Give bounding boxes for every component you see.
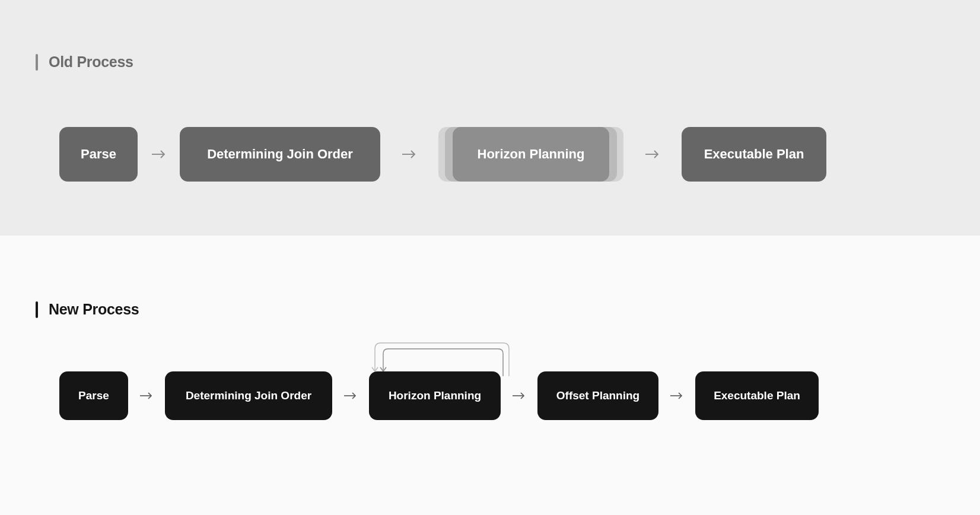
arrow-icon [128,391,165,400]
step-parse: Parse [59,371,128,420]
new-process-header: New Process [36,301,921,318]
step-label: Parse [81,147,116,162]
step-label: Determining Join Order [186,389,311,402]
arrow-icon [501,391,537,400]
step-horizon-planning: Horizon Planning [369,371,501,420]
step-label: Parse [78,389,109,402]
step-executable-plan: Executable Plan [695,371,819,420]
step-offset-planning: Offset Planning [537,371,658,420]
new-process-section: New Process Parse Determining Join Order [0,236,980,515]
step-label: Horizon Planning [478,147,585,162]
step-determining-join-order: Determining Join Order [180,127,380,182]
arrow-icon [138,149,180,160]
arrow-icon [623,149,682,160]
step-horizon-planning-loop: Horizon Planning [369,371,501,420]
header-accent-bar [36,54,38,71]
step-executable-plan: Executable Plan [682,127,826,182]
arrow-icon [332,391,369,400]
new-process-title: New Process [49,301,139,318]
step-label: Horizon Planning [389,389,481,402]
step-horizon-planning: Horizon Planning [453,127,609,182]
old-process-header: Old Process [36,53,921,71]
new-process-flow: Parse Determining Join Order [59,371,921,420]
step-label: Executable Plan [704,147,804,162]
step-label: Determining Join Order [207,147,353,162]
arrow-icon [380,149,438,160]
step-determining-join-order: Determining Join Order [165,371,332,420]
arrow-icon [658,391,695,400]
step-label: Offset Planning [556,389,639,402]
old-process-section: Old Process Parse Determining Join Order [0,0,980,236]
old-process-title: Old Process [49,53,133,71]
old-process-flow: Parse Determining Join Order Horizon Pla… [59,127,921,182]
header-accent-bar [36,301,38,318]
step-horizon-planning-stacked: Horizon Planning [438,127,623,182]
step-label: Executable Plan [714,389,800,402]
step-parse: Parse [59,127,138,182]
